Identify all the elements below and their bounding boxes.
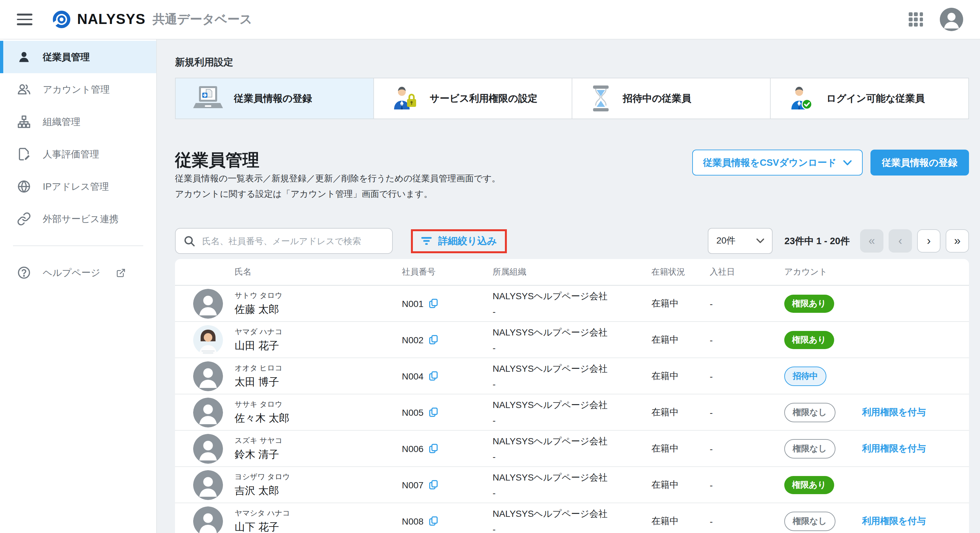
table-row[interactable]: ヤマシタ ハナコ 山下 花子 N008 NALYSYSヘルプページ会社 - 在籍… [175,503,969,533]
next-page-button[interactable]: › [917,229,940,252]
sidebar-item-label: 人事評価管理 [43,148,99,160]
avatar [193,361,223,391]
menu-icon[interactable] [17,14,32,25]
avatar [193,434,223,463]
account-badge: 権限あり [784,476,834,494]
organization-sub: - [493,415,651,425]
prev-page-button[interactable]: ‹ [889,229,912,252]
card-label: ログイン可能な従業員 [826,92,925,105]
copy-icon[interactable] [428,370,439,381]
advanced-filter-button[interactable]: 詳細絞り込み [421,235,497,247]
organization-sub: - [493,487,651,498]
hire-date: - [710,298,784,309]
card-invited-employees[interactable]: 招待中の従業員 [572,78,770,119]
employee-kana: ヨシザワ タロウ [235,472,402,482]
card-login-enabled-employees[interactable]: ログイン可能な従業員 [770,78,968,119]
copy-icon[interactable] [428,479,439,490]
user-avatar[interactable] [940,8,963,31]
sidebar-item-hr-evaluation[interactable]: 人事評価管理 [0,138,156,170]
org-chart-icon [17,115,31,129]
filter-icon [421,235,432,247]
sidebar-divider [13,246,143,246]
table-row[interactable]: サトウ タロウ 佐藤 太郎 N001 NALYSYSヘルプページ会社 - 在籍中… [175,286,969,322]
column-name: 氏名 [235,266,402,278]
first-page-button[interactable]: « [860,229,883,252]
setup-section-title: 新規利用設定 [175,56,233,69]
employee-kana: オオタ ヒロコ [235,363,402,373]
organization: NALYSYSヘルプページ会社 [493,363,651,374]
person-lock-icon [391,86,419,111]
table-row[interactable]: ヤマダ ハナコ 山田 花子 N002 NALYSYSヘルプページ会社 - 在籍中… [175,322,969,358]
page-description-line1: 従業員情報の一覧表示／新規登録／更新／削除を行うための従業員管理画面です。 [175,171,500,186]
table-row[interactable]: スズキ サヤコ 鈴木 清子 N006 NALYSYSヘルプページ会社 - 在籍中… [175,431,969,467]
account-badge: 招待中 [784,366,826,385]
person-icon [193,289,223,318]
sidebar-item-ip-address[interactable]: IPアドレス管理 [0,170,156,203]
employee-kana: ヤマダ ハナコ [235,327,402,336]
page-size-select[interactable]: 20件 [708,228,773,254]
organization-sub: - [493,342,651,353]
card-label: サービス利用権限の設定 [430,92,538,105]
search-box [175,228,393,254]
csv-download-button[interactable]: 従業員情報をCSVダウンロード [692,150,863,176]
sidebar-item-organization-management[interactable]: 組織管理 [0,106,156,138]
grant-permission-link[interactable]: 利用権限を付与 [862,516,926,526]
main-content: 新規利用設定 従業員情報の登録 [157,40,980,533]
brand-suffix: 共通データベース [153,11,253,28]
table-row[interactable]: ヨシザワ タロウ 吉沢 太郎 N007 NALYSYSヘルプページ会社 - 在籍… [175,467,969,503]
copy-icon[interactable] [428,443,439,454]
sidebar-item-employee-management[interactable]: 従業員管理 [0,41,156,73]
top-bar: NALYSYS 共通データベース [0,0,980,40]
organization-sub: - [493,523,651,533]
card-service-permission[interactable]: サービス利用権限の設定 [373,78,572,119]
enrollment-status: 在籍中 [651,334,710,346]
avatar [193,397,223,427]
organization-sub: - [493,306,651,316]
laptop-icon [192,86,224,111]
register-employee-button[interactable]: 従業員情報の登録 [870,150,969,176]
enrollment-status: 在籍中 [651,479,710,490]
copy-icon[interactable] [428,516,439,527]
card-label: 招待中の従業員 [623,92,691,105]
search-input[interactable] [201,235,384,246]
employee-kana: ササキ タロウ [235,399,402,409]
copy-icon[interactable] [428,334,439,345]
table-row[interactable]: オオタ ヒロコ 太田 博子 N004 NALYSYSヘルプページ会社 - 在籍中… [175,358,969,394]
last-page-button[interactable]: » [946,229,969,252]
enrollment-status: 在籍中 [651,443,710,454]
employee-number: N005 [402,407,423,417]
employee-number: N002 [402,335,423,345]
sidebar-item-label: 外部サービス連携 [43,213,119,225]
copy-icon[interactable] [428,298,439,309]
sidebar-item-external-services[interactable]: 外部サービス連携 [0,203,156,235]
apps-grid-icon[interactable] [909,12,923,26]
sidebar-item-label: アカウント管理 [43,83,110,95]
table-header: 氏名 社員番号 所属組織 在籍状況 入社日 アカウント [175,259,969,285]
person-icon [17,50,31,64]
organization: NALYSYSヘルプページ会社 [493,472,651,484]
employee-number: N007 [402,479,423,490]
logo-icon [52,10,71,29]
users-icon [17,82,31,97]
table-row[interactable]: ササキ タロウ 佐々木 太郎 N005 NALYSYSヘルプページ会社 - 在籍… [175,394,969,431]
page-title: 従業員管理 [175,149,259,172]
hire-date: - [710,371,784,381]
grant-permission-link[interactable]: 利用権限を付与 [862,443,926,453]
card-label: 従業員情報の登録 [234,92,312,105]
organization-sub: - [493,379,651,389]
sidebar-item-label: 組織管理 [43,116,80,128]
search-icon [183,235,195,247]
column-account: アカウント [784,266,862,278]
person-icon [940,8,963,31]
employee-name: 佐々木 太郎 [235,412,402,425]
sidebar: 従業員管理 アカウント管理 組織管理 [0,40,157,533]
copy-icon[interactable] [428,407,439,418]
avatar [193,289,223,318]
employee-name: 佐藤 太郎 [235,303,402,316]
sidebar-item-help[interactable]: ヘルプページ [0,257,156,289]
card-employee-registration[interactable]: 従業員情報の登録 [176,78,373,119]
organization: NALYSYSヘルプページ会社 [493,508,651,520]
pagination-range: 23件中 1 - 20件 [784,235,850,247]
sidebar-item-account-management[interactable]: アカウント管理 [0,73,156,106]
grant-permission-link[interactable]: 利用権限を付与 [862,407,926,417]
